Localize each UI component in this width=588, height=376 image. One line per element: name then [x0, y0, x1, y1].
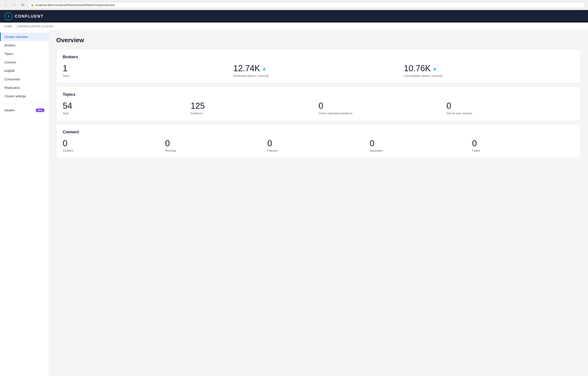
forward-button[interactable]: → — [11, 2, 17, 8]
sidebar-item-health[interactable]: Health+ New — [0, 106, 49, 115]
breadcrumb-sep-2: › — [55, 25, 56, 28]
connect-paused-label: Paused — [267, 149, 364, 152]
connect-failed-metric: 0 Failed — [472, 139, 574, 153]
top-nav: ✦ CONFLUENT — [0, 10, 588, 22]
topics-total-label: Total — [63, 112, 185, 115]
topics-metrics-row: 54 Total 125 Partitions 0 Under replicat… — [63, 101, 574, 115]
brokers-consumption-label: Consumption (bytes / second) — [404, 74, 569, 77]
topics-under-replicated-value: 0 — [319, 101, 441, 111]
connect-paused-value: 0 — [267, 139, 364, 148]
topics-out-of-sync-metric: 0 Out-of-sync replicas — [446, 101, 574, 115]
connect-degraded-metric: 0 Degraded — [370, 139, 472, 153]
brokers-card-title: Brokers — [63, 55, 574, 59]
page-title: Overview — [56, 37, 581, 44]
breadcrumb-home[interactable]: HOME — [4, 25, 12, 28]
breadcrumb-sep-1: › — [14, 25, 15, 28]
topics-total-metric: 54 Total — [63, 101, 191, 115]
connect-clusters-metric: 0 Clusters — [63, 139, 165, 153]
topics-partitions-metric: 125 Partitions — [191, 101, 319, 115]
connect-running-metric: 0 Running — [165, 139, 267, 153]
connect-clusters-value: 0 — [63, 139, 160, 148]
production-arrow-icon: ▲ — [262, 66, 266, 71]
sidebar-item-brokers[interactable]: Brokers — [0, 41, 49, 50]
brokers-total-value: 1 — [63, 64, 228, 73]
sidebar-item-ksqldb[interactable]: ksqlDB — [0, 67, 49, 75]
topics-card-title: Topics — [63, 92, 574, 97]
brokers-metrics-row: 1 Total 12.74K ▲ Production (bytes / sec… — [63, 64, 574, 77]
brokers-consumption-metric: 10.76K ▲ Consumption (bytes / second) — [404, 64, 574, 77]
brokers-consumption-value: 10.76K ▲ — [404, 64, 569, 73]
breadcrumb: HOME › CONTROLCENTER.CLUSTER › — [0, 22, 588, 30]
connect-failed-value: 0 — [472, 139, 569, 148]
back-button[interactable]: ← — [3, 2, 9, 8]
address-bar[interactable]: 🔒 localhost:9021/clusters/FfduKxkvSyiXdR… — [28, 2, 585, 8]
url-text: localhost:9021/clusters/FfduKxkvSyiXdRBy… — [35, 3, 115, 7]
sidebar-item-replicators[interactable]: Replicators — [0, 84, 49, 92]
connect-metrics-row: 0 Clusters 0 Running 0 Paused — [63, 139, 574, 153]
brokers-production-label: Production (bytes / second) — [233, 74, 399, 77]
connect-clusters-label: Clusters — [63, 149, 160, 152]
breadcrumb-cluster[interactable]: CONTROLCENTER.CLUSTER — [17, 25, 53, 28]
connect-card-title: Connect — [63, 130, 574, 135]
reload-button[interactable]: ↻ — [20, 2, 26, 8]
main-content: Overview Brokers 1 Total 12.74K ▲ Produc… — [49, 30, 588, 376]
topics-total-value: 54 — [63, 101, 185, 111]
connect-card: Connect 0 Clusters 0 Running 0 — [56, 124, 581, 158]
consumption-arrow-icon: ▲ — [432, 66, 437, 71]
topics-card: Topics 54 Total 125 Partitions 0 — [56, 87, 581, 121]
sidebar-item-cluster-settings[interactable]: Cluster settings — [0, 92, 49, 101]
browser-chrome: ← → ↻ 🔒 localhost:9021/clusters/FfduKxkv… — [0, 0, 588, 10]
lock-icon: 🔒 — [31, 3, 34, 7]
brokers-production-value: 12.74K ▲ — [233, 64, 399, 73]
logo-area: ✦ CONFLUENT — [4, 12, 43, 20]
brokers-card: Brokers 1 Total 12.74K ▲ Production (byt… — [56, 49, 581, 83]
topics-out-of-sync-value: 0 — [446, 101, 569, 111]
topics-under-replicated-metric: 0 Under replicated partitions — [319, 101, 446, 115]
topics-partitions-label: Partitions — [191, 112, 313, 115]
connect-failed-label: Failed — [472, 149, 569, 152]
sidebar: Cluster overview Brokers Topics Connect … — [0, 30, 49, 376]
connect-paused-metric: 0 Paused — [267, 139, 370, 153]
connect-degraded-label: Degraded — [370, 149, 467, 152]
sidebar-item-cluster-overview[interactable]: Cluster overview — [0, 33, 49, 41]
connect-degraded-value: 0 — [370, 139, 467, 148]
sidebar-item-connect[interactable]: Connect — [0, 58, 49, 67]
topics-out-of-sync-label: Out-of-sync replicas — [446, 112, 569, 115]
logo-icon: ✦ — [4, 12, 12, 20]
brokers-total-metric: 1 Total — [63, 64, 233, 77]
brokers-production-metric: 12.74K ▲ Production (bytes / second) — [233, 64, 404, 77]
health-new-badge: New — [36, 108, 44, 112]
sidebar-item-topics[interactable]: Topics — [0, 50, 49, 58]
sidebar-item-consumers[interactable]: Consumers — [0, 75, 49, 84]
brokers-total-label: Total — [63, 74, 228, 77]
sidebar-divider — [0, 103, 49, 103]
topics-under-replicated-label: Under replicated partitions — [319, 112, 441, 115]
connect-running-label: Running — [165, 149, 262, 152]
topics-partitions-value: 125 — [191, 101, 313, 111]
logo-text: CONFLUENT — [15, 14, 43, 19]
main-layout: Cluster overview Brokers Topics Connect … — [0, 30, 588, 376]
connect-running-value: 0 — [165, 139, 262, 148]
